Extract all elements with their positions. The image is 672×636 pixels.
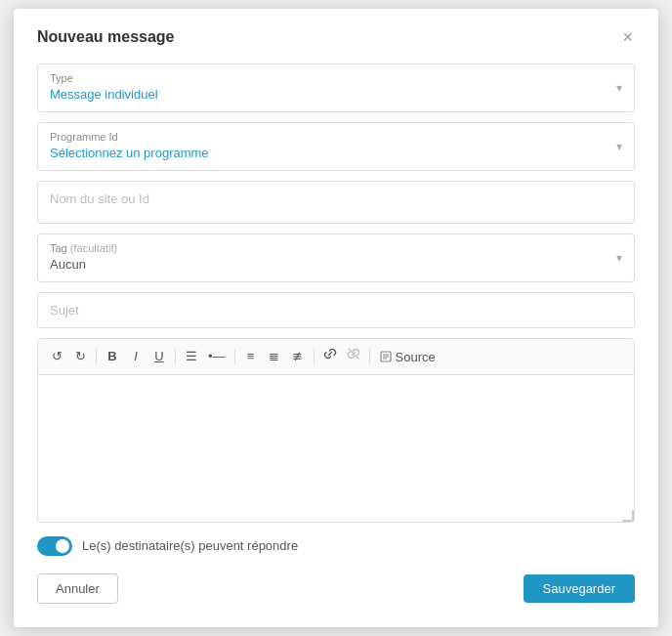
toggle-slider — [37, 536, 72, 556]
toolbar-separator-1 — [96, 349, 97, 364]
tag-value: Aucun — [50, 257, 86, 272]
programme-select[interactable]: Programme Id Sélectionnez un programme ▾ — [37, 122, 635, 171]
programme-chevron-icon: ▾ — [616, 140, 622, 153]
tag-label: Tag (facultatif) — [50, 242, 622, 254]
underline-button[interactable]: U — [148, 346, 170, 367]
link-button[interactable] — [319, 345, 341, 367]
editor-toolbar: ↺ ↻ B I U ☰ •— ≡ ≣ ≢ — [38, 339, 634, 374]
align-center-button[interactable]: ≣ — [264, 346, 285, 367]
nom-site-input[interactable] — [50, 191, 622, 206]
cancel-button[interactable]: Annuler — [37, 573, 118, 604]
editor-body[interactable] — [38, 375, 634, 522]
editor-section: ↺ ↻ B I U ☰ •— ≡ ≣ ≢ — [37, 338, 635, 522]
sujet-input[interactable] — [38, 293, 634, 327]
programme-placeholder: Sélectionnez un programme — [50, 146, 209, 160]
align-left-button[interactable]: ≡ — [240, 346, 262, 367]
unordered-list-button[interactable]: •— — [204, 346, 230, 367]
toolbar-separator-3 — [234, 349, 235, 364]
modal-dialog: Nouveau message × Type Message individue… — [14, 9, 658, 626]
tag-select[interactable]: Tag (facultatif) Aucun ▾ — [37, 233, 635, 282]
footer-actions: Annuler Sauvegarder — [37, 573, 635, 604]
undo-button[interactable]: ↺ — [46, 346, 67, 367]
sujet-section — [37, 292, 635, 328]
close-button[interactable]: × — [620, 28, 635, 46]
toggle-switch[interactable] — [37, 536, 72, 556]
toggle-label: Le(s) destinataire(s) peuvent répondre — [82, 538, 298, 553]
align-right-button[interactable]: ≢ — [287, 346, 309, 367]
toolbar-separator-4 — [314, 349, 315, 364]
toolbar-separator-5 — [369, 349, 370, 364]
bold-button[interactable]: B — [102, 346, 123, 367]
source-button[interactable]: Source — [375, 348, 440, 366]
modal-overlay: Nouveau message × Type Message individue… — [0, 0, 672, 636]
italic-button[interactable]: I — [125, 346, 147, 367]
type-label: Type — [50, 72, 622, 84]
toggle-row: Le(s) destinataire(s) peuvent répondre — [37, 536, 635, 556]
type-select[interactable]: Type Message individuel ▾ — [37, 64, 635, 112]
modal-title: Nouveau message — [37, 28, 175, 46]
toolbar-separator-2 — [175, 349, 176, 364]
type-value: Message individuel — [50, 87, 158, 102]
ordered-list-button[interactable]: ☰ — [181, 346, 202, 367]
nom-site-section — [37, 181, 635, 224]
tag-chevron-icon: ▾ — [616, 251, 622, 265]
unlink-button[interactable] — [343, 345, 364, 367]
save-button[interactable]: Sauvegarder — [524, 574, 635, 603]
nom-site-input-wrapper — [38, 182, 634, 223]
type-chevron-icon: ▾ — [616, 81, 622, 95]
source-label: Source — [396, 350, 436, 364]
programme-label: Programme Id — [50, 131, 622, 143]
modal-header: Nouveau message × — [37, 28, 635, 46]
redo-button[interactable]: ↻ — [69, 346, 91, 367]
